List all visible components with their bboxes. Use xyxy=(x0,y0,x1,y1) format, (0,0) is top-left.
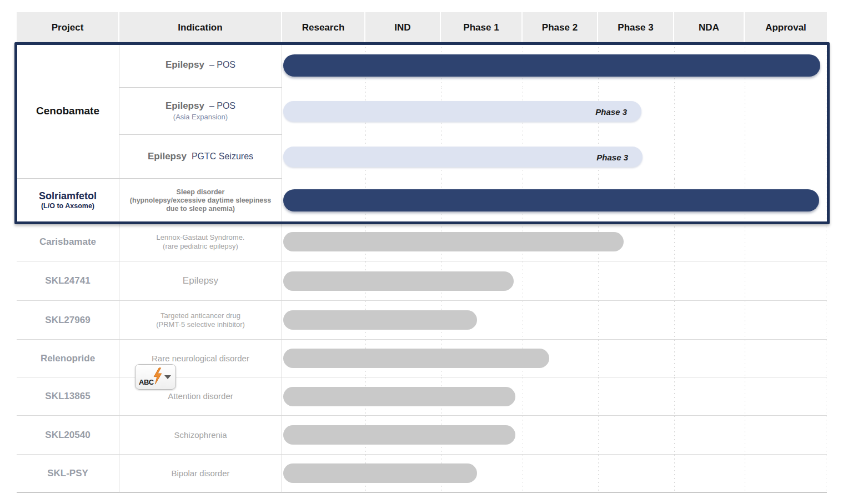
autocorrect-options-button[interactable]: ABC xyxy=(135,364,176,390)
stage-header-research: Research xyxy=(282,12,365,43)
chart-row-skl27969 xyxy=(282,300,827,339)
project-solriamfetol-note: (L/O to Axsome) xyxy=(41,202,94,210)
stage-header-ind: IND xyxy=(365,12,441,43)
pipeline-bar-relenopride[interactable] xyxy=(283,349,549,368)
column-header-indication: Indication xyxy=(119,12,282,43)
chart-row-cenobamate-asia: Phase 3 xyxy=(282,88,827,135)
project-cenobamate: Cenobamate xyxy=(17,43,119,179)
stage-header-phase2: Phase 2 xyxy=(523,12,598,43)
project-solriamfetol: Solriamfetol (L/O to Axsome) xyxy=(17,179,119,222)
pipeline-bar-cenobamate-asia[interactable]: Phase 3 xyxy=(283,101,641,122)
project-skl13865: SKL13865 xyxy=(17,377,119,415)
indication-bipolar-disorder: Bipolar disorder xyxy=(119,454,282,493)
pipeline-bar-skl-psy[interactable] xyxy=(283,463,477,483)
project-carisbamate: Carisbamate xyxy=(17,222,119,261)
chart-row-carisbamate xyxy=(282,222,827,261)
indication-sleep-disorder: Sleep disorder (hypnolepsy/excessive day… xyxy=(119,179,282,222)
pipeline-bar-cenobamate-pgtc[interactable]: Phase 3 xyxy=(283,147,643,167)
pipeline-bar-skl24741[interactable] xyxy=(283,271,514,291)
chart-row-solriamfetol xyxy=(282,179,827,222)
pipeline-bar-skl27969[interactable] xyxy=(283,310,477,330)
chart-row-skl24741 xyxy=(282,261,827,300)
stage-header-phase1: Phase 1 xyxy=(441,12,523,43)
lightning-bolt-icon xyxy=(153,367,163,387)
pipeline-bar-carisbamate[interactable] xyxy=(283,232,624,251)
pipeline-table: Project Indication Research IND Phase 1 … xyxy=(17,12,827,493)
chart-row-relenopride xyxy=(282,339,827,377)
caret-down-icon[interactable] xyxy=(164,375,171,379)
indication-epilepsy: Epilepsy xyxy=(119,261,282,300)
chart-row-skl20540 xyxy=(282,415,827,454)
indication-epilepsy-pos-asia: Epilepsy – POS (Asia Expansion) xyxy=(119,88,282,135)
chart-row-cenobamate-pos xyxy=(282,43,827,88)
indication-schizophrenia: Schizophrenia xyxy=(119,415,282,454)
stage-header-nda: NDA xyxy=(674,12,745,43)
chart-row-skl13865 xyxy=(282,377,827,415)
stage-header-row: Research IND Phase 1 Phase 2 Phase 3 NDA… xyxy=(282,12,827,43)
project-skl24741: SKL24741 xyxy=(17,261,119,300)
pipeline-bar-solriamfetol[interactable] xyxy=(283,189,819,211)
chart-row-cenobamate-pgtc: Phase 3 xyxy=(282,135,827,179)
column-header-project-label: Project xyxy=(52,22,84,33)
column-header-indication-label: Indication xyxy=(178,22,222,33)
autocorrect-abc-label: ABC xyxy=(139,378,154,386)
project-skl20540: SKL20540 xyxy=(17,415,119,454)
indication-targeted-anticancer: Targeted anticancer drug (PRMT-5 selecti… xyxy=(119,300,282,339)
indication-epilepsy-pgtc: Epilepsy PGTC Seizures xyxy=(119,135,282,179)
column-header-project: Project xyxy=(17,12,119,43)
stage-header-phase3: Phase 3 xyxy=(598,12,674,43)
pipeline-bar-skl20540[interactable] xyxy=(283,425,515,445)
indication-epilepsy-pos: Epilepsy – POS xyxy=(119,43,282,88)
chart-row-skl-psy xyxy=(282,454,827,493)
pipeline-bar-skl13865[interactable] xyxy=(283,387,515,406)
project-skl-psy: SKL-PSY xyxy=(17,454,119,493)
project-relenopride: Relenopride xyxy=(17,339,119,377)
stage-header-approval: Approval xyxy=(745,12,827,43)
project-skl27969: SKL27969 xyxy=(17,300,119,339)
indication-lennox-gastaut: Lennox-Gastaut Syndrome. (rare pediatric… xyxy=(119,222,282,261)
pipeline-bar-cenobamate-pos[interactable] xyxy=(283,54,820,77)
